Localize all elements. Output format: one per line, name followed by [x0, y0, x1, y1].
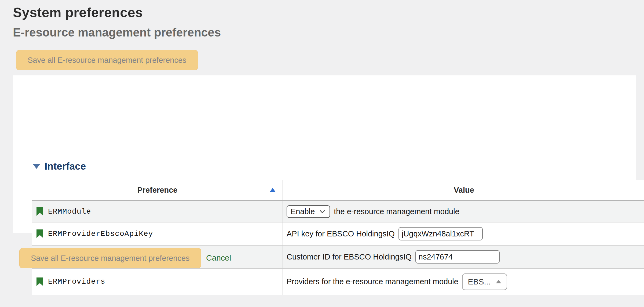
chevron-down-icon	[320, 210, 325, 213]
interface-section-toggle[interactable]: Interface	[33, 161, 86, 172]
erm-providers-dropdown[interactable]: EBS...	[462, 273, 507, 290]
value-description: Providers for the e-resource management …	[287, 277, 458, 286]
preference-cell: ERMModule	[32, 201, 283, 222]
erm-providers-dropdown-value: EBS...	[468, 277, 491, 286]
system-preferences-page: System preferences E-resource management…	[0, 0, 644, 307]
table-row-ermmodule: ERMModule Enable the e-resource manageme…	[32, 201, 644, 222]
table-header-row: Preference Value	[32, 180, 644, 201]
value-cell: Customer ID for EBSCO HoldingsIQ	[283, 246, 644, 268]
column-header-preference[interactable]: Preference	[32, 180, 283, 200]
preference-cell: ERMProviderEbscoApiKey	[32, 222, 283, 245]
section-title: Interface	[45, 161, 86, 172]
column-header-value[interactable]: Value	[283, 180, 644, 200]
ebsco-api-key-input[interactable]	[398, 227, 483, 240]
save-all-top-button[interactable]: Save all E-resource management preferenc…	[16, 50, 198, 70]
sort-ascending-icon	[270, 188, 276, 192]
preferences-table: Preference Value ERMModule Enable	[32, 180, 644, 295]
value-cell: API key for EBSCO HoldingsIQ	[283, 222, 644, 245]
bookmark-icon	[36, 207, 43, 216]
preference-name: ERMProviderEbscoApiKey	[48, 230, 153, 238]
erm-module-select[interactable]: Enable	[287, 205, 330, 218]
table-row-ermproviders: ERMProviders Providers for the e-resourc…	[32, 269, 644, 295]
page-subtitle: E-resource management preferences	[13, 26, 221, 39]
preference-name: ERMModule	[48, 207, 91, 216]
page-title: System preferences	[13, 5, 143, 20]
value-header-label: Value	[454, 186, 474, 195]
preferences-panel: Interface Preference Value ERMModule	[13, 75, 636, 233]
value-description: Customer ID for EBSCO HoldingsIQ	[287, 253, 412, 261]
value-cell: Providers for the e-resource management …	[283, 269, 644, 295]
triangle-down-icon	[33, 164, 40, 169]
triangle-up-icon	[496, 280, 501, 283]
value-description: API key for EBSCO HoldingsIQ	[287, 229, 395, 238]
erm-module-select-value: Enable	[291, 207, 315, 216]
cancel-link[interactable]: Cancel	[206, 253, 231, 262]
save-all-bottom-button[interactable]: Save all E-resource management preferenc…	[19, 248, 201, 268]
preference-header-label: Preference	[137, 186, 178, 195]
ebsco-customer-id-input[interactable]	[415, 250, 500, 264]
preference-cell: ERMProviders	[32, 269, 283, 295]
value-description: the e-resource management module	[334, 207, 459, 216]
preference-name: ERMProviders	[48, 277, 105, 286]
table-row-ermproviderebscoapikey: ERMProviderEbscoApiKey API key for EBSCO…	[32, 222, 644, 246]
value-cell: Enable the e-resource management module	[283, 201, 644, 222]
bookmark-icon	[36, 229, 43, 238]
bookmark-icon	[36, 277, 43, 286]
